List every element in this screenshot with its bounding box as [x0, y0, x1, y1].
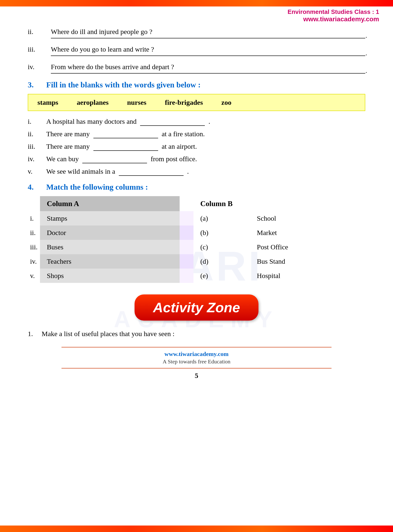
activity-question-1: 1. Make a list of useful places that you…	[28, 330, 365, 338]
match-row-num: ii.	[28, 225, 40, 240]
word-bank: stamps aeroplanes nurses fire-brigades z…	[28, 94, 365, 111]
match-row-num: iv.	[28, 254, 40, 268]
activity-zone-button: Activity Zone	[135, 294, 259, 321]
match-row-col-b: Hospital	[250, 268, 365, 283]
match-row-col-b: Market	[250, 225, 365, 240]
match-row-col-b: School	[250, 211, 365, 225]
activity-q-text: Make a list of useful places that you ha…	[42, 330, 175, 338]
blank-i	[140, 118, 205, 126]
match-row-num: i.	[28, 211, 40, 225]
match-row-col-b-label: (d)	[193, 254, 250, 268]
fill-text-i: A hospital has many doctors and .	[46, 118, 365, 126]
fill-num-iv-fill: iv.	[28, 155, 46, 163]
blank-ii	[93, 130, 158, 138]
fill-item-iv: iv. We can buy from post office.	[28, 155, 365, 163]
section4-num: 4.	[28, 183, 42, 192]
fill-item-i: i. A hospital has many doctors and .	[28, 118, 365, 126]
match-row-col-a: Doctor	[40, 225, 180, 240]
match-row: v. Shops (e) Hospital	[28, 268, 365, 283]
fill-text-v: We see wild animals in a .	[46, 168, 365, 176]
question-iii: iii. Where do you go to learn and write …	[28, 45, 365, 53]
footer-tagline: A Step towards free Education	[28, 358, 365, 365]
activity-zone-container: Activity Zone	[28, 294, 365, 321]
word-zoo: zoo	[221, 99, 231, 106]
answer-line-ii	[51, 38, 365, 38]
header-website-top: www.tiwariacademy.com	[288, 15, 379, 23]
header-info: Environmental Studies Class : 1 www.tiwa…	[288, 8, 379, 23]
match-row-spacer	[180, 211, 193, 225]
match-row-col-b: Post Office	[250, 240, 365, 254]
q-text-iii: Where do you go to learn and write ?	[51, 45, 365, 53]
q-text-iv: From where do the buses arrive and depar…	[51, 63, 365, 71]
match-row-spacer	[180, 240, 193, 254]
match-row-spacer	[180, 268, 193, 283]
col-a-header: Column A	[40, 196, 180, 211]
match-row-col-a: Stamps	[40, 211, 180, 225]
match-row-col-b-label: (b)	[193, 225, 250, 240]
answer-line-iv	[51, 73, 365, 74]
page-number: 5	[28, 372, 365, 380]
section4-title: Match the following columns :	[46, 183, 148, 192]
match-row-spacer	[180, 254, 193, 268]
fill-text-iii-fill: There are many at an airport.	[46, 143, 365, 151]
word-stamps: stamps	[37, 99, 58, 106]
word-aeroplanes: aeroplanes	[77, 99, 109, 106]
main-content: ii. Where do ill and injured people go ?…	[0, 9, 393, 410]
question-ii: ii. Where do ill and injured people go ?	[28, 28, 365, 36]
footer-line	[61, 347, 332, 348]
match-row: iii. Buses (c) Post Office	[28, 240, 365, 254]
match-row: i. Stamps (a) School	[28, 211, 365, 225]
fill-text-ii-fill: There are many at a fire station.	[46, 130, 365, 138]
answer-line-iii	[51, 55, 365, 56]
bottom-border	[0, 526, 393, 532]
fill-num-i: i.	[28, 118, 46, 125]
match-row-col-a: Buses	[40, 240, 180, 254]
col-b-header: Column B	[193, 196, 365, 211]
section3-title: Fill in the blanks with the words given …	[46, 80, 201, 89]
match-row-num: iii.	[28, 240, 40, 254]
q-num-iii: iii.	[28, 45, 51, 53]
col-spacer-mid	[180, 196, 193, 211]
blank-iv	[82, 155, 147, 163]
fill-num-v: v.	[28, 168, 46, 175]
match-row-col-b: Bus Stand	[250, 254, 365, 268]
fill-text-iv-fill: We can buy from post office.	[46, 155, 365, 163]
word-nurses: nurses	[127, 99, 146, 106]
section3-num: 3.	[28, 80, 42, 89]
activity-q-num: 1.	[28, 330, 42, 338]
match-row-col-b-label: (e)	[193, 268, 250, 283]
blank-iii	[93, 143, 158, 151]
section3-heading: 3. Fill in the blanks with the words giv…	[28, 80, 365, 89]
fill-num-iii-fill: iii.	[28, 143, 46, 150]
match-row: ii. Doctor (b) Market	[28, 225, 365, 240]
q-num-ii: ii.	[28, 28, 51, 36]
match-row-col-b-label: (c)	[193, 240, 250, 254]
match-table: Column A Column B i. Stamps (a) School i…	[28, 196, 365, 283]
q-text-ii: Where do ill and injured people go ?	[51, 28, 365, 36]
fill-item-ii: ii. There are many at a fire station.	[28, 130, 365, 138]
question-iv: iv. From where do the buses arrive and d…	[28, 63, 365, 71]
match-row-col-a: Shops	[40, 268, 180, 283]
footer-line2	[61, 368, 332, 368]
fill-num-ii-fill: ii.	[28, 130, 46, 138]
match-row-spacer	[180, 225, 193, 240]
blank-v	[119, 168, 184, 176]
fill-item-iii: iii. There are many at an airport.	[28, 143, 365, 151]
section4-heading: 4. Match the following columns :	[28, 183, 365, 192]
header-subject: Environmental Studies Class : 1	[288, 8, 379, 15]
word-fire-brigades: fire-brigades	[165, 99, 203, 106]
match-row: iv. Teachers (d) Bus Stand	[28, 254, 365, 268]
q-num-iv: iv.	[28, 63, 51, 71]
match-row-num: v.	[28, 268, 40, 283]
footer-website: www.tiwariacademy.com	[28, 351, 365, 358]
match-row-col-a: Teachers	[40, 254, 180, 268]
fill-item-v: v. We see wild animals in a .	[28, 168, 365, 176]
footer: www.tiwariacademy.com A Step towards fre…	[28, 347, 365, 391]
col-spacer-num	[28, 196, 40, 211]
top-border	[0, 0, 393, 6]
match-row-col-b-label: (a)	[193, 211, 250, 225]
